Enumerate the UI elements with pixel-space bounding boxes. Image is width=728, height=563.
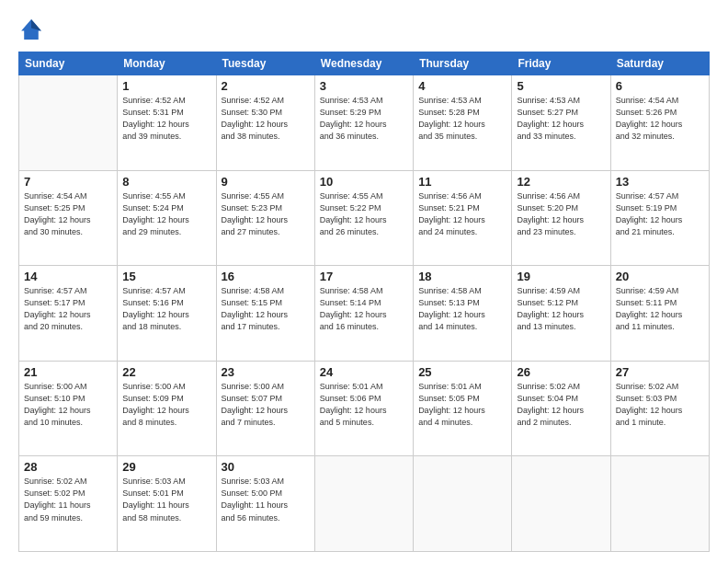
day-number: 18 xyxy=(418,270,506,283)
day-info: Sunrise: 4:56 AM Sunset: 5:21 PM Dayligh… xyxy=(418,190,506,238)
day-cell: 14Sunrise: 4:57 AM Sunset: 5:17 PM Dayli… xyxy=(19,266,118,362)
day-cell: 5Sunrise: 4:53 AM Sunset: 5:27 PM Daylig… xyxy=(512,75,610,171)
calendar-table: SundayMondayTuesdayWednesdayThursdayFrid… xyxy=(18,52,710,552)
day-number: 16 xyxy=(222,270,310,283)
logo xyxy=(18,17,48,42)
day-cell: 8Sunrise: 4:55 AM Sunset: 5:24 PM Daylig… xyxy=(118,170,216,266)
day-cell: 10Sunrise: 4:55 AM Sunset: 5:22 PM Dayli… xyxy=(314,170,413,266)
day-number: 26 xyxy=(517,365,605,379)
day-info: Sunrise: 4:52 AM Sunset: 5:31 PM Dayligh… xyxy=(122,95,210,143)
day-cell xyxy=(314,456,413,552)
day-cell: 22Sunrise: 5:00 AM Sunset: 5:09 PM Dayli… xyxy=(118,361,216,456)
day-number: 21 xyxy=(24,365,112,379)
day-number: 9 xyxy=(222,175,310,189)
day-cell: 17Sunrise: 4:58 AM Sunset: 5:14 PM Dayli… xyxy=(314,266,413,362)
day-cell: 28Sunrise: 5:02 AM Sunset: 5:02 PM Dayli… xyxy=(19,456,118,552)
day-info: Sunrise: 4:59 AM Sunset: 5:12 PM Dayligh… xyxy=(517,285,605,333)
day-number: 23 xyxy=(222,365,310,379)
day-info: Sunrise: 5:01 AM Sunset: 5:05 PM Dayligh… xyxy=(418,381,506,429)
day-info: Sunrise: 4:58 AM Sunset: 5:15 PM Dayligh… xyxy=(222,285,310,333)
day-number: 14 xyxy=(24,270,112,283)
day-number: 20 xyxy=(616,270,704,283)
day-number: 10 xyxy=(320,175,408,189)
day-info: Sunrise: 4:56 AM Sunset: 5:20 PM Dayligh… xyxy=(517,190,605,238)
day-number: 3 xyxy=(320,79,408,93)
day-info: Sunrise: 5:02 AM Sunset: 5:04 PM Dayligh… xyxy=(517,381,605,429)
day-number: 13 xyxy=(616,175,704,189)
col-header-thursday: Thursday xyxy=(414,52,512,75)
day-info: Sunrise: 4:55 AM Sunset: 5:23 PM Dayligh… xyxy=(222,190,310,238)
day-number: 30 xyxy=(222,460,310,474)
day-cell: 7Sunrise: 4:54 AM Sunset: 5:25 PM Daylig… xyxy=(19,170,118,266)
day-number: 28 xyxy=(24,460,112,474)
logo-icon xyxy=(18,17,44,42)
day-number: 19 xyxy=(517,270,605,283)
col-header-monday: Monday xyxy=(118,52,216,75)
col-header-sunday: Sunday xyxy=(19,52,118,75)
col-header-tuesday: Tuesday xyxy=(216,52,314,75)
page: SundayMondayTuesdayWednesdayThursdayFrid… xyxy=(0,0,728,563)
day-number: 25 xyxy=(418,365,506,379)
week-row-3: 14Sunrise: 4:57 AM Sunset: 5:17 PM Dayli… xyxy=(19,266,710,362)
day-cell xyxy=(610,456,709,552)
day-info: Sunrise: 5:03 AM Sunset: 5:01 PM Dayligh… xyxy=(122,476,210,523)
day-info: Sunrise: 4:57 AM Sunset: 5:17 PM Dayligh… xyxy=(24,285,112,333)
day-cell: 18Sunrise: 4:58 AM Sunset: 5:13 PM Dayli… xyxy=(414,266,512,362)
day-cell: 27Sunrise: 5:02 AM Sunset: 5:03 PM Dayli… xyxy=(610,361,709,456)
day-cell: 26Sunrise: 5:02 AM Sunset: 5:04 PM Dayli… xyxy=(512,361,610,456)
day-cell: 1Sunrise: 4:52 AM Sunset: 5:31 PM Daylig… xyxy=(118,75,216,171)
day-info: Sunrise: 4:55 AM Sunset: 5:24 PM Dayligh… xyxy=(122,190,210,238)
col-header-saturday: Saturday xyxy=(610,52,709,75)
day-info: Sunrise: 4:58 AM Sunset: 5:14 PM Dayligh… xyxy=(320,285,408,333)
day-info: Sunrise: 4:58 AM Sunset: 5:13 PM Dayligh… xyxy=(418,285,506,333)
day-cell xyxy=(512,456,610,552)
day-info: Sunrise: 4:53 AM Sunset: 5:29 PM Dayligh… xyxy=(320,95,408,143)
day-info: Sunrise: 4:53 AM Sunset: 5:28 PM Dayligh… xyxy=(418,95,506,143)
day-cell: 6Sunrise: 4:54 AM Sunset: 5:26 PM Daylig… xyxy=(610,75,709,171)
day-number: 6 xyxy=(616,79,704,93)
day-number: 4 xyxy=(418,79,506,93)
day-number: 1 xyxy=(122,79,210,93)
day-cell: 21Sunrise: 5:00 AM Sunset: 5:10 PM Dayli… xyxy=(19,361,118,456)
day-cell xyxy=(414,456,512,552)
day-number: 29 xyxy=(122,460,210,474)
day-info: Sunrise: 5:00 AM Sunset: 5:10 PM Dayligh… xyxy=(24,381,112,429)
day-cell: 4Sunrise: 4:53 AM Sunset: 5:28 PM Daylig… xyxy=(414,75,512,171)
day-cell: 25Sunrise: 5:01 AM Sunset: 5:05 PM Dayli… xyxy=(414,361,512,456)
col-header-friday: Friday xyxy=(512,52,610,75)
day-cell: 11Sunrise: 4:56 AM Sunset: 5:21 PM Dayli… xyxy=(414,170,512,266)
day-number: 11 xyxy=(418,175,506,189)
week-row-4: 21Sunrise: 5:00 AM Sunset: 5:10 PM Dayli… xyxy=(19,361,710,456)
week-row-2: 7Sunrise: 4:54 AM Sunset: 5:25 PM Daylig… xyxy=(19,170,710,266)
day-cell: 2Sunrise: 4:52 AM Sunset: 5:30 PM Daylig… xyxy=(216,75,314,171)
day-cell: 12Sunrise: 4:56 AM Sunset: 5:20 PM Dayli… xyxy=(512,170,610,266)
day-info: Sunrise: 4:57 AM Sunset: 5:19 PM Dayligh… xyxy=(616,190,704,238)
day-number: 15 xyxy=(122,270,210,283)
day-number: 24 xyxy=(320,365,408,379)
day-number: 7 xyxy=(24,175,112,189)
week-row-5: 28Sunrise: 5:02 AM Sunset: 5:02 PM Dayli… xyxy=(19,456,710,552)
day-cell: 15Sunrise: 4:57 AM Sunset: 5:16 PM Dayli… xyxy=(118,266,216,362)
header xyxy=(18,17,710,42)
day-cell: 24Sunrise: 5:01 AM Sunset: 5:06 PM Dayli… xyxy=(314,361,413,456)
day-number: 2 xyxy=(222,79,310,93)
day-cell: 30Sunrise: 5:03 AM Sunset: 5:00 PM Dayli… xyxy=(216,456,314,552)
day-info: Sunrise: 4:59 AM Sunset: 5:11 PM Dayligh… xyxy=(616,285,704,333)
day-cell xyxy=(19,75,118,171)
day-cell: 23Sunrise: 5:00 AM Sunset: 5:07 PM Dayli… xyxy=(216,361,314,456)
day-cell: 19Sunrise: 4:59 AM Sunset: 5:12 PM Dayli… xyxy=(512,266,610,362)
day-info: Sunrise: 5:02 AM Sunset: 5:02 PM Dayligh… xyxy=(24,476,112,523)
day-cell: 16Sunrise: 4:58 AM Sunset: 5:15 PM Dayli… xyxy=(216,266,314,362)
day-info: Sunrise: 4:53 AM Sunset: 5:27 PM Dayligh… xyxy=(517,95,605,143)
day-info: Sunrise: 4:55 AM Sunset: 5:22 PM Dayligh… xyxy=(320,190,408,238)
day-number: 12 xyxy=(517,175,605,189)
day-info: Sunrise: 5:02 AM Sunset: 5:03 PM Dayligh… xyxy=(616,381,704,429)
calendar-header-row: SundayMondayTuesdayWednesdayThursdayFrid… xyxy=(19,52,710,75)
day-info: Sunrise: 4:54 AM Sunset: 5:25 PM Dayligh… xyxy=(24,190,112,238)
day-number: 27 xyxy=(616,365,704,379)
day-cell: 3Sunrise: 4:53 AM Sunset: 5:29 PM Daylig… xyxy=(314,75,413,171)
day-number: 22 xyxy=(122,365,210,379)
day-cell: 13Sunrise: 4:57 AM Sunset: 5:19 PM Dayli… xyxy=(610,170,709,266)
day-info: Sunrise: 4:57 AM Sunset: 5:16 PM Dayligh… xyxy=(122,285,210,333)
day-info: Sunrise: 5:00 AM Sunset: 5:09 PM Dayligh… xyxy=(122,381,210,429)
